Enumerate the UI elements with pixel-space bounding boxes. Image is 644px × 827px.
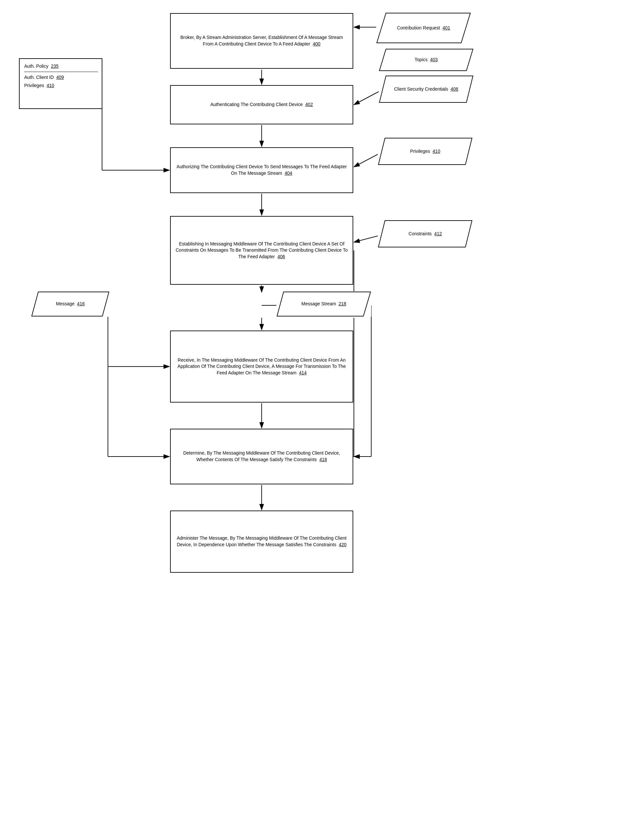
box-418-label: Determine, By The Messaging Middleware O… bbox=[183, 450, 340, 462]
para-416-label: Message bbox=[56, 301, 75, 306]
para-408-ref: 408 bbox=[451, 86, 458, 92]
box-404-label: Authorizing The Contributing Client Devi… bbox=[177, 164, 347, 176]
box-402-ref: 402 bbox=[305, 102, 313, 107]
box-402: Authenticating The Contributing Client D… bbox=[170, 85, 353, 124]
para-416: Message 416 bbox=[31, 291, 110, 317]
left-box-ref3: 410 bbox=[47, 83, 54, 88]
diagram-container: Broker, By A Stream Administration Serve… bbox=[0, 0, 644, 827]
left-box-line2: Auth. Client ID bbox=[24, 75, 54, 80]
para-410-right-label: Privileges bbox=[410, 148, 430, 154]
box-414-label: Receive, In The Messaging Middleware Of … bbox=[177, 357, 346, 375]
box-400: Broker, By A Stream Administration Serve… bbox=[170, 13, 353, 69]
para-401-ref: 401 bbox=[443, 25, 450, 30]
para-401: Contribution Request 401 bbox=[376, 12, 471, 44]
para-403-label: Topics bbox=[415, 57, 428, 62]
box-404-ref: 404 bbox=[285, 170, 292, 176]
box-414: Receive, In The Messaging Middleware Of … bbox=[170, 331, 353, 403]
left-box-line1: Auth. Policy bbox=[24, 64, 48, 69]
para-412-ref: 412 bbox=[434, 231, 442, 236]
svg-line-10 bbox=[354, 92, 379, 105]
box-406: Establishing In Messaging Middleware Of … bbox=[170, 216, 353, 285]
left-box-ref1: 235 bbox=[51, 64, 59, 69]
para-403: Topics 403 bbox=[379, 48, 474, 71]
box-418-ref: 418 bbox=[319, 457, 327, 462]
left-bracket-box: Auth. Policy 235 Auth. Client ID 409 Pri… bbox=[19, 58, 103, 109]
para-218-ref: 218 bbox=[339, 301, 346, 306]
box-420-label: Administer The Message, By The Messaging… bbox=[177, 535, 346, 547]
box-420-ref: 420 bbox=[339, 542, 346, 547]
svg-line-12 bbox=[354, 236, 379, 242]
box-420: Administer The Message, By The Messaging… bbox=[170, 510, 353, 573]
para-410-right: Privileges 410 bbox=[378, 137, 473, 165]
left-box-ref2: 409 bbox=[56, 75, 64, 80]
para-218: Message Stream 218 bbox=[276, 291, 371, 317]
para-410-right-ref: 410 bbox=[433, 148, 440, 154]
para-218-label: Message Stream bbox=[302, 301, 336, 306]
para-412: Constraints 412 bbox=[378, 220, 473, 248]
box-404: Authorizing The Contributing Client Devi… bbox=[170, 147, 353, 193]
svg-line-11 bbox=[354, 154, 379, 167]
para-412-label: Constraints bbox=[409, 231, 432, 236]
box-418: Determine, By The Messaging Middleware O… bbox=[170, 429, 353, 484]
box-414-ref: 414 bbox=[299, 370, 306, 375]
para-408-label: Client Security Credentials bbox=[394, 86, 448, 92]
box-406-label: Establishing In Messaging Middleware Of … bbox=[176, 241, 348, 259]
box-406-ref: 406 bbox=[277, 254, 285, 259]
left-box-line3: Privileges bbox=[24, 83, 44, 88]
para-408: Client Security Credentials 408 bbox=[379, 75, 474, 103]
box-400-ref: 400 bbox=[313, 41, 320, 47]
para-403-ref: 403 bbox=[430, 57, 438, 62]
para-416-ref: 416 bbox=[77, 301, 85, 306]
para-401-label: Contribution Request bbox=[397, 25, 440, 30]
box-402-label: Authenticating The Contributing Client D… bbox=[210, 102, 303, 107]
